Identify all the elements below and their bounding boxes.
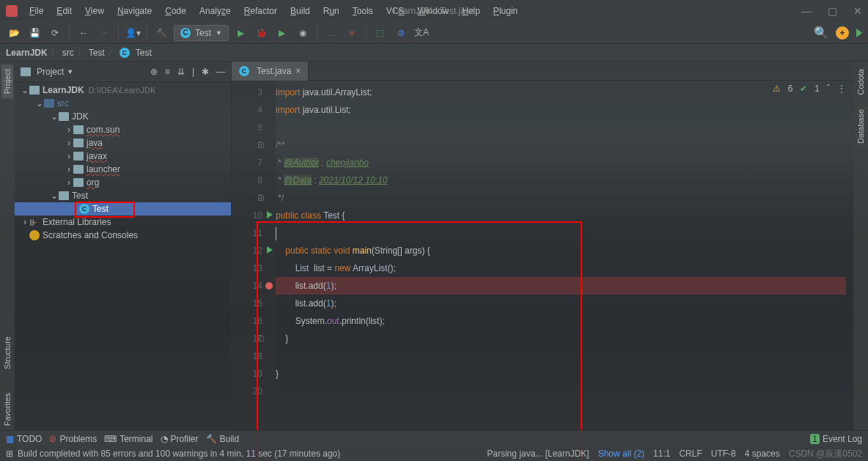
locate-icon[interactable]: ⊕ <box>150 67 158 77</box>
fold-icon[interactable]: - <box>258 195 264 201</box>
fold-icon[interactable]: - <box>258 336 264 342</box>
run-gutter-icon[interactable] <box>267 246 273 254</box>
sync-icon[interactable]: ⟳ <box>47 25 63 41</box>
code-editor[interactable]: ⚠6 ✔1 ˆ ⋮ import java.util.ArrayList; im… <box>276 81 853 430</box>
avatar-icon[interactable]: 👤▾ <box>125 25 141 41</box>
editor-tab-test[interactable]: C Test.java × <box>232 62 309 81</box>
tree-root-label: LearnJDK <box>43 85 84 95</box>
back-icon[interactable]: ← <box>76 25 92 41</box>
menu-file[interactable]: File <box>23 3 49 19</box>
passed-count: 1 <box>814 84 820 94</box>
tree-external-libraries[interactable]: ›⊪External Libraries <box>15 215 231 229</box>
block-icon[interactable]: ⊘ <box>393 25 409 41</box>
sb-event-log[interactable]: 1Event Log <box>810 434 862 444</box>
package-icon <box>73 139 84 147</box>
folder-icon <box>21 67 31 76</box>
expand-icon[interactable]: ≡ <box>165 67 170 77</box>
menu-view[interactable]: View <box>79 3 110 19</box>
cursor-position[interactable]: 11:1 <box>653 449 670 459</box>
package-icon <box>73 178 84 187</box>
tree-project-root[interactable]: ⌄LearnJDKD:\IDEA\LearnJDK <box>15 84 231 97</box>
scratch-icon <box>29 230 40 240</box>
encoding[interactable]: UTF-8 <box>711 449 736 459</box>
git-icon[interactable]: ⬚ <box>372 25 389 41</box>
run-button[interactable]: ▶ <box>233 25 249 41</box>
fold-icon[interactable]: - <box>258 142 264 148</box>
breadcrumb-class[interactable]: Test <box>136 48 152 58</box>
profile-button[interactable]: ◉ <box>295 25 311 41</box>
sb-profiler[interactable]: ◔Profiler <box>161 434 199 444</box>
tree-package-label: launcher <box>87 164 120 174</box>
play-icon[interactable] <box>856 29 862 37</box>
left-tab-favorites[interactable]: Favorites <box>1 388 13 430</box>
left-tab-structure[interactable]: Structure <box>1 332 13 374</box>
left-tab-project[interactable]: Project <box>1 64 13 98</box>
menu-plugin[interactable]: Plugin <box>488 3 523 19</box>
minimize-button[interactable]: — <box>801 5 812 17</box>
menu-run[interactable]: Run <box>317 3 345 19</box>
stop-button[interactable]: ■ <box>344 25 360 41</box>
tree-test-class[interactable]: CTest <box>15 202 231 215</box>
inspection-bar[interactable]: ⚠6 ✔1 ˆ ⋮ <box>773 84 846 94</box>
menu-navigate[interactable]: Navigate <box>111 3 158 19</box>
coverage-button[interactable]: ▶ <box>274 25 290 41</box>
breadcrumb-project[interactable]: LearnJDK <box>6 48 48 58</box>
gear-icon[interactable]: ✱ <box>202 67 209 77</box>
menu-edit[interactable]: Edit <box>51 3 78 19</box>
tree-package[interactable]: ›launcher <box>15 163 231 176</box>
tree-package[interactable]: ›com.sun <box>15 123 231 136</box>
run-config-selector[interactable]: C Test ▼ <box>174 25 229 41</box>
tree-scratches[interactable]: Scratches and Consoles <box>15 229 231 242</box>
indent[interactable]: 4 spaces <box>745 449 780 459</box>
sb-build[interactable]: 🔨Build <box>206 434 240 444</box>
line-separator[interactable]: CRLF <box>679 449 702 459</box>
hide-icon[interactable]: — <box>216 67 225 77</box>
add-end: ); <box>331 298 336 309</box>
tree-root-path: D:\IDEA\LearnJDK <box>89 86 156 95</box>
translate-icon[interactable]: 文A <box>413 25 430 41</box>
menu-tools[interactable]: Tools <box>347 3 379 19</box>
close-button[interactable]: ✕ <box>853 5 862 17</box>
maximize-button[interactable]: ▢ <box>828 5 837 17</box>
menu-refactor[interactable]: Refactor <box>238 3 283 19</box>
attach-button[interactable]: … <box>323 25 339 41</box>
tree-src[interactable]: ⌄src <box>15 97 231 110</box>
tree-jdk-label: JDK <box>72 111 89 122</box>
sb-todo[interactable]: ▦TODO <box>6 434 42 444</box>
more-inspection-icon[interactable]: ⋮ <box>837 84 846 94</box>
tree-package[interactable]: ›org <box>15 176 231 189</box>
project-panel-title[interactable]: Project ▼ <box>21 67 73 77</box>
menu-build[interactable]: Build <box>284 3 316 19</box>
sb-terminal[interactable]: ⌨Terminal <box>104 434 152 444</box>
module-icon <box>29 86 40 95</box>
run-gutter-icon[interactable] <box>267 211 273 218</box>
forward-icon[interactable]: → <box>96 25 112 41</box>
close-tab-icon[interactable]: × <box>295 66 301 76</box>
search-icon[interactable]: 🔍 <box>814 26 828 40</box>
tree-test-folder[interactable]: ⌄Test <box>15 189 231 202</box>
package-icon <box>73 165 84 174</box>
add-icon[interactable]: + <box>836 26 849 40</box>
collapse-icon[interactable]: ⇊ <box>177 67 185 77</box>
tree-package[interactable]: ›java <box>15 136 231 150</box>
open-icon[interactable]: 📂 <box>6 25 22 41</box>
show-all-link[interactable]: Show all (2) <box>598 449 644 459</box>
menu-code[interactable]: Code <box>159 3 192 19</box>
save-icon[interactable]: 💾 <box>26 25 43 41</box>
sb-problems[interactable]: ⊘Problems <box>49 434 97 444</box>
breadcrumb-src[interactable]: src <box>62 48 74 58</box>
window-icon[interactable]: ⊞ <box>6 449 13 459</box>
menu-analyze[interactable]: Analyze <box>194 3 237 19</box>
expand-inspection-icon[interactable]: ˆ <box>827 84 830 94</box>
tree-package[interactable]: ›javax <box>15 150 231 163</box>
breakpoint-icon[interactable] <box>265 282 273 289</box>
divider-icon: | <box>192 67 194 77</box>
tree-jdk[interactable]: ⌄JDK <box>15 110 231 123</box>
right-tab-codota[interactable]: Codota <box>855 64 867 99</box>
arraylist-cls: ArrayList <box>353 263 387 273</box>
debug-button[interactable]: 🐞 <box>254 25 270 41</box>
breadcrumb-folder[interactable]: Test <box>89 48 105 58</box>
right-tab-database[interactable]: Database <box>855 105 867 148</box>
hammer-icon[interactable]: 🔨 <box>153 25 169 41</box>
gutter[interactable]: 3 4 5 6- 7 8 9- 10 11 12 13 14 15 16 17-… <box>232 81 276 430</box>
